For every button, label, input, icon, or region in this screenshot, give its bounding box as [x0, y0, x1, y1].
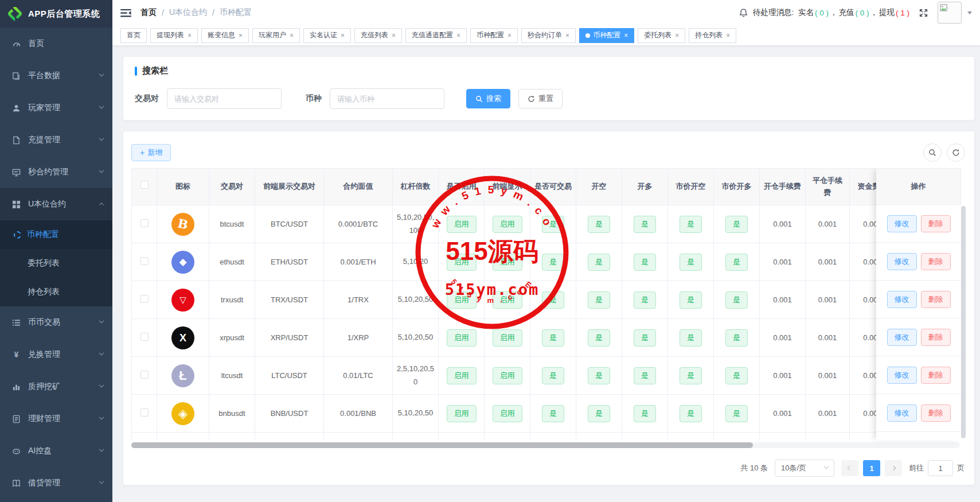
select-all-checkbox[interactable]	[140, 181, 149, 189]
sidebar-item-order-list[interactable]: 委托列表	[0, 249, 112, 278]
next-page-button[interactable]	[885, 460, 902, 476]
market-open-short-toggle[interactable]: 是	[680, 367, 702, 384]
edit-button[interactable]: 修改	[887, 367, 917, 384]
can-trade-toggle[interactable]: 是	[542, 216, 564, 233]
enabled-toggle[interactable]: 启用	[447, 254, 477, 271]
open-long-toggle[interactable]: 是	[634, 291, 656, 309]
sidebar-item-deposit-withdraw[interactable]: 充提管理	[0, 124, 112, 156]
can-trade-toggle[interactable]: 是	[542, 329, 564, 347]
open-long-toggle[interactable]: 是	[634, 329, 656, 347]
edit-button[interactable]: 修改	[887, 253, 917, 270]
vertical-scrollbar[interactable]	[961, 205, 966, 441]
market-open-short-toggle[interactable]: 是	[680, 254, 702, 271]
tab-player-users[interactable]: 玩家用户	[252, 28, 300, 43]
refresh-icon[interactable]	[947, 143, 965, 162]
prev-page-button[interactable]	[841, 460, 858, 476]
close-icon[interactable]	[456, 32, 460, 39]
notice-realname[interactable]: 实名	[798, 7, 814, 18]
horizontal-scrollbar-thumb[interactable]	[131, 442, 753, 448]
sidebar-item-finance[interactable]: 理财管理	[0, 403, 112, 435]
row-checkbox[interactable]	[140, 295, 149, 303]
front-display-toggle[interactable]: 启用	[493, 367, 522, 384]
close-icon[interactable]	[341, 32, 345, 39]
close-icon[interactable]	[675, 32, 679, 39]
market-open-long-toggle[interactable]: 是	[725, 367, 748, 384]
row-checkbox[interactable]	[140, 219, 149, 227]
tab-home[interactable]: 首页	[120, 28, 147, 43]
sidebar-item-usdt-contract[interactable]: U本位合约	[0, 188, 112, 220]
close-icon[interactable]	[624, 32, 628, 39]
market-open-long-toggle[interactable]: 是	[725, 216, 748, 233]
row-checkbox[interactable]	[140, 333, 149, 341]
horizontal-scrollbar[interactable]	[131, 442, 960, 448]
close-icon[interactable]	[565, 32, 569, 39]
close-icon[interactable]	[290, 32, 294, 39]
add-button[interactable]: + 新增	[131, 144, 171, 161]
delete-button[interactable]: 删除	[921, 404, 951, 422]
front-display-toggle[interactable]: 启用	[493, 329, 522, 347]
can-trade-toggle[interactable]: 是	[542, 405, 564, 422]
can-trade-toggle[interactable]: 是	[542, 291, 564, 309]
sidebar-item-coin-trade[interactable]: 币币交易	[0, 306, 112, 338]
tab-position-list[interactable]: 持仓列表	[689, 28, 736, 43]
open-short-toggle[interactable]: 是	[588, 329, 610, 347]
close-icon[interactable]	[392, 32, 396, 39]
chevron-down-icon[interactable]	[967, 11, 972, 14]
delete-button[interactable]: 删除	[921, 329, 951, 346]
open-short-toggle[interactable]: 是	[588, 405, 610, 422]
market-open-short-toggle[interactable]: 是	[680, 291, 702, 309]
close-icon[interactable]	[726, 32, 730, 39]
can-trade-toggle[interactable]: 是	[542, 367, 564, 384]
front-display-toggle[interactable]: 启用	[493, 405, 522, 422]
sidebar-item-exchange[interactable]: ¥ 兑换管理	[0, 338, 112, 371]
goto-page-input[interactable]	[928, 460, 953, 476]
close-icon[interactable]	[188, 32, 192, 39]
delete-button[interactable]: 删除	[921, 215, 951, 232]
tab-coin-config-active[interactable]: 币种配置	[579, 28, 634, 43]
notice-recharge[interactable]: 充值	[838, 7, 854, 18]
row-checkbox[interactable]	[140, 257, 149, 265]
sidebar-item-players[interactable]: 玩家管理	[0, 92, 112, 124]
tab-order-list[interactable]: 委托列表	[638, 28, 685, 43]
tab-account-changes[interactable]: 账变信息	[201, 28, 249, 43]
sidebar-item-platform-data[interactable]: 平台数据	[0, 60, 112, 92]
open-short-toggle[interactable]: 是	[588, 291, 610, 309]
open-long-toggle[interactable]: 是	[634, 405, 656, 422]
page-1-button[interactable]: 1	[863, 460, 880, 476]
can-trade-toggle[interactable]: 是	[542, 254, 564, 271]
coin-input[interactable]	[330, 88, 444, 109]
sidebar-item-position-list[interactable]: 持仓列表	[0, 278, 112, 306]
tab-kyc[interactable]: 实名认证	[303, 28, 351, 43]
sidebar-item-mining[interactable]: 质押挖矿	[0, 371, 112, 403]
open-short-toggle[interactable]: 是	[588, 367, 610, 384]
delete-button[interactable]: 删除	[921, 291, 951, 308]
enabled-toggle[interactable]: 启用	[447, 216, 477, 233]
tab-seconds-orders[interactable]: 秒合约订单	[521, 28, 576, 43]
sidebar-collapse-icon[interactable]	[120, 8, 131, 18]
page-size-select[interactable]: 10条/页	[775, 460, 834, 477]
notice-withdraw[interactable]: 提现	[879, 7, 895, 18]
enabled-toggle[interactable]: 启用	[447, 291, 477, 309]
enabled-toggle[interactable]: 启用	[447, 367, 477, 384]
edit-button[interactable]: 修改	[887, 215, 917, 232]
sidebar-item-seconds-contract[interactable]: 秒合约管理	[0, 156, 112, 188]
reset-button[interactable]: 重置	[518, 89, 563, 108]
sidebar-item-loan[interactable]: 借贷管理	[0, 467, 112, 499]
bell-icon[interactable]	[739, 8, 748, 18]
open-long-toggle[interactable]: 是	[634, 216, 656, 233]
tab-withdraw-list[interactable]: 提现列表	[150, 28, 198, 43]
market-open-long-toggle[interactable]: 是	[725, 291, 748, 309]
delete-button[interactable]: 删除	[921, 367, 951, 384]
row-checkbox[interactable]	[140, 408, 149, 417]
close-icon[interactable]	[507, 32, 512, 39]
enabled-toggle[interactable]: 启用	[447, 405, 477, 422]
pair-input[interactable]	[167, 88, 282, 109]
open-short-toggle[interactable]: 是	[588, 254, 610, 271]
market-open-long-toggle[interactable]: 是	[725, 405, 748, 422]
open-long-toggle[interactable]: 是	[634, 367, 656, 384]
market-open-short-toggle[interactable]: 是	[680, 405, 702, 422]
sidebar-item-home[interactable]: 首页	[0, 28, 112, 60]
vertical-scrollbar-thumb[interactable]	[961, 206, 966, 438]
tab-coin-config-1[interactable]: 币种配置	[470, 28, 518, 43]
search-icon[interactable]	[923, 143, 942, 162]
